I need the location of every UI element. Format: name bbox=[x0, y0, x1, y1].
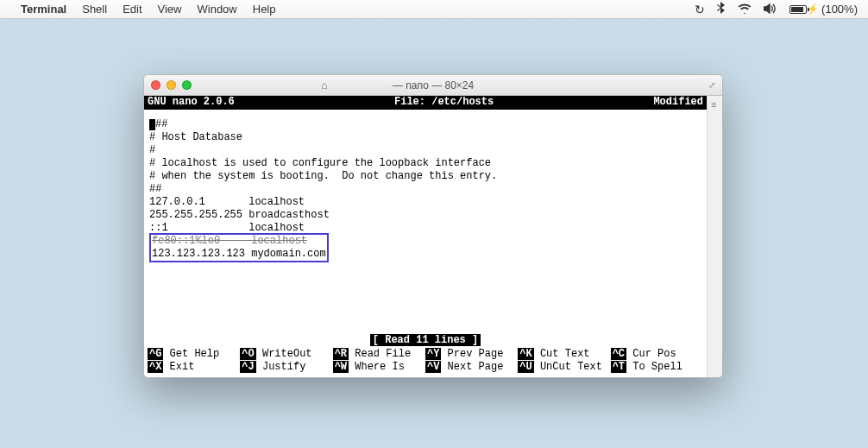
nano-shortcuts: ^G Get Help ^O WriteOut ^R Read File ^Y … bbox=[144, 347, 707, 377]
menu-shell[interactable]: Shell bbox=[82, 3, 107, 16]
timemachine-icon[interactable]: ↻ bbox=[695, 3, 705, 16]
shortcut: ^O WriteOut bbox=[240, 348, 332, 361]
shortcut: ^T To Spell bbox=[611, 361, 703, 374]
volume-icon[interactable] bbox=[764, 3, 777, 16]
battery-status[interactable]: ⚡ (100%) bbox=[789, 3, 858, 16]
nano-status: [ Read 11 lines ] bbox=[144, 334, 707, 347]
menu-edit[interactable]: Edit bbox=[123, 3, 142, 16]
menu-window[interactable]: Window bbox=[198, 3, 237, 16]
file-line: # bbox=[149, 144, 701, 157]
terminal-content[interactable]: GNU nano 2.0.6 File: /etc/hosts Modified… bbox=[144, 96, 707, 377]
nano-modified-label: Modified bbox=[653, 96, 703, 110]
file-line: 123.123.123.123 mydomain.com bbox=[152, 248, 326, 260]
desktop: ⌂ — nano — 80×24 ⤢ GNU nano 2.0.6 File: … bbox=[0, 19, 868, 448]
shortcut: ^Y Prev Page bbox=[425, 348, 518, 361]
scroll-indicator-icon: ≡ bbox=[711, 99, 716, 110]
home-icon: ⌂ bbox=[321, 79, 328, 91]
battery-percent: (100%) bbox=[821, 3, 858, 16]
terminal-window: ⌂ — nano — 80×24 ⤢ GNU nano 2.0.6 File: … bbox=[143, 74, 723, 378]
file-line: ## bbox=[149, 183, 701, 196]
shortcut: ^X Exit bbox=[148, 361, 240, 374]
nano-file-label: File: /etc/hosts bbox=[235, 96, 654, 110]
window-close-button[interactable] bbox=[151, 80, 160, 90]
shortcut: ^V Next Page bbox=[425, 361, 518, 374]
file-line: # localhost is used to configure the loo… bbox=[149, 157, 701, 170]
shortcut: ^K Cut Text bbox=[518, 348, 610, 361]
bluetooth-icon[interactable] bbox=[717, 2, 726, 16]
shortcut: ^R Read File bbox=[333, 348, 425, 361]
shortcut: ^U UnCut Text bbox=[518, 361, 610, 374]
expand-icon[interactable]: ⤢ bbox=[708, 80, 715, 90]
file-line: ## bbox=[155, 118, 167, 130]
nano-version: GNU nano 2.0.6 bbox=[148, 96, 235, 110]
shortcut: ^G Get Help bbox=[148, 348, 240, 361]
wifi-icon[interactable] bbox=[738, 3, 752, 16]
file-line: 127.0.0.1 localhost bbox=[149, 196, 701, 209]
window-title: — nano — 80×24 bbox=[393, 79, 474, 91]
app-menu[interactable]: Terminal bbox=[21, 3, 66, 16]
menu-help[interactable]: Help bbox=[253, 3, 276, 16]
file-line: # when the system is booting. Do not cha… bbox=[149, 170, 701, 183]
menu-view[interactable]: View bbox=[158, 3, 182, 16]
shortcut: ^J Justify bbox=[240, 361, 332, 374]
window-zoom-button[interactable] bbox=[182, 80, 192, 90]
window-minimize-button[interactable] bbox=[167, 80, 176, 90]
nano-header: GNU nano 2.0.6 File: /etc/hosts Modified bbox=[144, 96, 707, 110]
scrollbar[interactable]: ≡ bbox=[707, 96, 722, 377]
file-line: 255.255.255.255 broadcasthost bbox=[149, 209, 701, 222]
shortcut: ^C Cur Pos bbox=[611, 348, 703, 361]
file-line: # Host Database bbox=[149, 131, 701, 144]
macos-menubar: Terminal Shell Edit View Window Help ↻ ⚡… bbox=[0, 0, 868, 19]
window-titlebar[interactable]: ⌂ — nano — 80×24 ⤢ bbox=[144, 75, 722, 96]
highlighted-entry: fe80::1%lo0 localhost123.123.123.123 myd… bbox=[149, 233, 329, 262]
editor-body[interactable]: ## # Host Database # # localhost is used… bbox=[144, 110, 707, 334]
shortcut: ^W Where Is bbox=[333, 361, 425, 374]
file-line: fe80::1%lo0 localhost bbox=[152, 235, 307, 247]
cursor bbox=[149, 119, 155, 130]
